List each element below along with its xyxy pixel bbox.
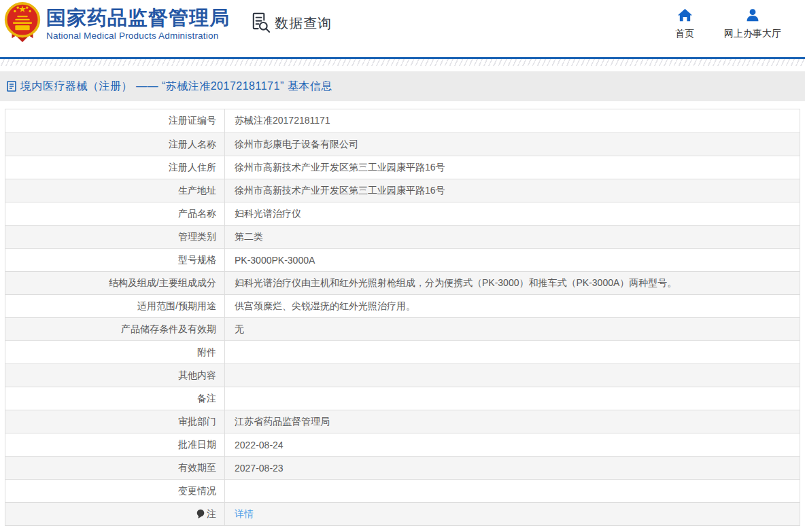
row-label: 适用范围/预期用途 bbox=[137, 300, 216, 313]
table-row: 注册证编号 苏械注准20172181171 bbox=[5, 109, 800, 132]
row-label: 其他内容 bbox=[178, 370, 216, 382]
row-value: 第二类 bbox=[235, 231, 263, 243]
row-value: 徐州市高新技术产业开发区第三工业园康平路16号 bbox=[235, 162, 445, 174]
spacer bbox=[0, 101, 805, 109]
row-value: 江苏省药品监督管理局 bbox=[235, 416, 330, 428]
stripe-decoration bbox=[0, 59, 805, 66]
document-icon bbox=[6, 80, 17, 92]
row-label: 注册证编号 bbox=[169, 115, 216, 127]
table-row: 注 详情 bbox=[5, 502, 800, 525]
data-query-section: 数据查询 bbox=[250, 12, 332, 35]
row-value: 供宫颈糜烂、尖锐湿疣的红外光照治疗用。 bbox=[235, 300, 415, 313]
row-value: 2022-08-24 bbox=[235, 440, 284, 450]
table-row: 其他内容 bbox=[5, 363, 800, 387]
details-link[interactable]: 详情 bbox=[235, 508, 254, 520]
row-label: 注册人住所 bbox=[169, 162, 216, 174]
national-emblem-logo bbox=[3, 1, 41, 43]
table-row: 审批部门 江苏省药品监督管理局 bbox=[5, 410, 800, 433]
row-label: 注册人名称 bbox=[169, 139, 216, 151]
table-row: 产品储存条件及有效期 无 bbox=[5, 317, 800, 340]
row-value: 苏械注准20172181171 bbox=[235, 115, 330, 127]
nav-service-hall-label: 网上办事大厅 bbox=[724, 28, 781, 40]
row-value: 妇科光谱治疗仪由主机和红外光照射枪组成，分为便携式（PK-3000）和推车式（P… bbox=[235, 277, 676, 289]
row-label: 有效期至 bbox=[178, 462, 216, 474]
section-title: 数据查询 bbox=[275, 14, 332, 33]
table-row: 有效期至 2027-08-23 bbox=[5, 456, 800, 479]
row-label: 型号规格 bbox=[178, 254, 216, 266]
row-label: 备注 bbox=[197, 393, 216, 405]
table-row: 产品名称 妇科光谱治疗仪 bbox=[5, 202, 800, 225]
document-search-icon bbox=[250, 12, 270, 35]
row-label: 生产地址 bbox=[178, 185, 216, 197]
breadcrumb-bar: 境内医疗器械（注册） —— “苏械注准20172181171” 基本信息 bbox=[0, 71, 805, 101]
agency-name-cn: 国家药品监督管理局 bbox=[46, 6, 230, 29]
table-row: 生产地址 徐州市高新技术产业开发区第三工业园康平路16号 bbox=[5, 179, 800, 202]
table-row: 管理类别 第二类 bbox=[5, 225, 800, 248]
table-row: 注册人住所 徐州市高新技术产业开发区第三工业园康平路16号 bbox=[5, 156, 800, 179]
bulb-icon bbox=[196, 509, 205, 519]
table-row: 备注 bbox=[5, 387, 800, 410]
table-row: 批准日期 2022-08-24 bbox=[5, 433, 800, 456]
table-row: 附件 bbox=[5, 340, 800, 363]
nav-home-label: 首页 bbox=[675, 28, 694, 40]
nav-service-hall[interactable]: 网上办事大厅 bbox=[713, 7, 793, 40]
agency-titles: 国家药品监督管理局 National Medical Products Admi… bbox=[46, 6, 230, 41]
row-value: 徐州市高新技术产业开发区第三工业园康平路16号 bbox=[235, 185, 445, 197]
row-value: PK-3000PK-3000A bbox=[235, 255, 315, 266]
table-row: 适用范围/预期用途 供宫颈糜烂、尖锐湿疣的红外光照治疗用。 bbox=[5, 294, 800, 317]
breadcrumb: 境内医疗器械（注册） —— “苏械注准20172181171” 基本信息 bbox=[20, 79, 332, 94]
row-label: 产品名称 bbox=[178, 208, 216, 220]
person-icon bbox=[744, 7, 761, 26]
row-label: 产品储存条件及有效期 bbox=[121, 323, 216, 336]
home-icon bbox=[676, 7, 693, 26]
row-label: 批准日期 bbox=[178, 439, 216, 451]
row-value: 妇科光谱治疗仪 bbox=[235, 208, 301, 220]
row-label: 注 bbox=[207, 508, 216, 520]
table-row: 注册人名称 徐州市彭康电子设备有限公司 bbox=[5, 132, 800, 156]
site-header: 国家药品监督管理局 National Medical Products Admi… bbox=[0, 0, 805, 57]
spacer bbox=[0, 66, 805, 71]
row-label: 审批部门 bbox=[178, 416, 216, 428]
table-row: 结构及组成/主要组成成分 妇科光谱治疗仪由主机和红外光照射枪组成，分为便携式（P… bbox=[5, 271, 800, 294]
row-label: 附件 bbox=[197, 347, 216, 359]
agency-name-en: National Medical Products Administration bbox=[46, 31, 230, 41]
table-row: 型号规格 PK-3000PK-3000A bbox=[5, 248, 800, 271]
row-label: 结构及组成/主要组成成分 bbox=[109, 277, 216, 289]
row-value: 2027-08-23 bbox=[235, 463, 284, 474]
row-value: 无 bbox=[235, 323, 244, 336]
row-value: 徐州市彭康电子设备有限公司 bbox=[235, 139, 358, 151]
row-label: 管理类别 bbox=[178, 231, 216, 243]
row-label: 变更情况 bbox=[178, 485, 216, 497]
registration-detail-table: 注册证编号 苏械注准20172181171 注册人名称 徐州市彭康电子设备有限公… bbox=[5, 109, 800, 526]
nav-home[interactable]: 首页 bbox=[664, 7, 705, 40]
table-row: 变更情况 bbox=[5, 479, 800, 502]
